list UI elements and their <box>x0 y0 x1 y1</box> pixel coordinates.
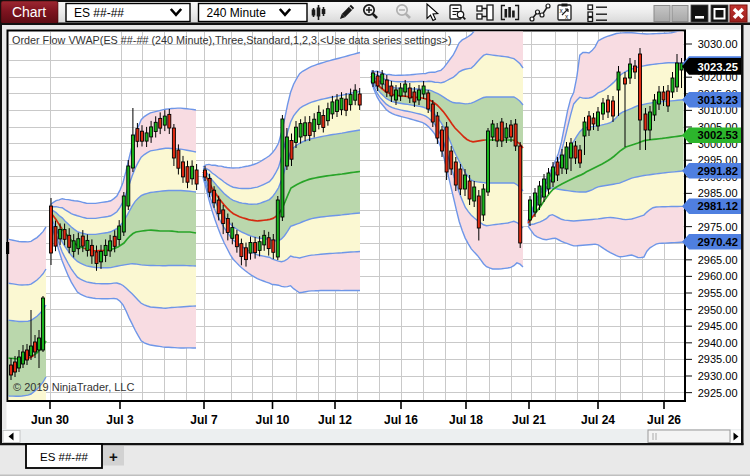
svg-text:2935.00: 2935.00 <box>698 353 738 365</box>
svg-text:2925.00: 2925.00 <box>698 387 738 399</box>
svg-text:Order Flow VWAP(ES ##-## (240: Order Flow VWAP(ES ##-## (240 Minute),Th… <box>12 34 451 46</box>
svg-text:2991.82: 2991.82 <box>698 165 738 177</box>
svg-text:Jul 3: Jul 3 <box>106 413 134 427</box>
svg-text:Jul 12: Jul 12 <box>318 413 352 427</box>
svg-text:3030.00: 3030.00 <box>698 38 738 50</box>
svg-text:© 2019 NinjaTrader, LLC: © 2019 NinjaTrader, LLC <box>13 381 134 393</box>
svg-text:240 Minute: 240 Minute <box>207 6 267 20</box>
svg-text:3023.25: 3023.25 <box>698 61 738 73</box>
svg-text:Jul 21: Jul 21 <box>512 413 546 427</box>
svg-text:ES ##-##: ES ##-## <box>74 6 124 20</box>
svg-text:2955.00: 2955.00 <box>698 287 738 299</box>
svg-text:Jun 30: Jun 30 <box>31 413 69 427</box>
svg-text:2950.00: 2950.00 <box>698 304 738 316</box>
svg-text:2981.12: 2981.12 <box>698 200 738 212</box>
svg-text:2945.00: 2945.00 <box>698 320 738 332</box>
svg-text:Chart: Chart <box>12 4 46 20</box>
svg-text:Jul 16: Jul 16 <box>384 413 418 427</box>
svg-text:Jul 24: Jul 24 <box>581 413 615 427</box>
svg-text:Jul 26: Jul 26 <box>647 413 681 427</box>
svg-text:Jul 18: Jul 18 <box>449 413 483 427</box>
svg-text:2975.00: 2975.00 <box>698 221 738 233</box>
svg-text:3002.53: 3002.53 <box>698 129 738 141</box>
svg-text:2930.00: 2930.00 <box>698 370 738 382</box>
svg-text:2960.00: 2960.00 <box>698 270 738 282</box>
svg-text:2985.00: 2985.00 <box>698 187 738 199</box>
svg-text:Jul 7: Jul 7 <box>190 413 218 427</box>
svg-text:2940.00: 2940.00 <box>698 337 738 349</box>
svg-text:2965.00: 2965.00 <box>698 254 738 266</box>
svg-text:Jul 10: Jul 10 <box>255 413 289 427</box>
svg-text:ES ##-##: ES ##-## <box>40 451 89 463</box>
svg-text:2970.42: 2970.42 <box>698 236 738 248</box>
svg-text:3013.23: 3013.23 <box>698 94 738 106</box>
svg-text:+: + <box>109 448 118 465</box>
